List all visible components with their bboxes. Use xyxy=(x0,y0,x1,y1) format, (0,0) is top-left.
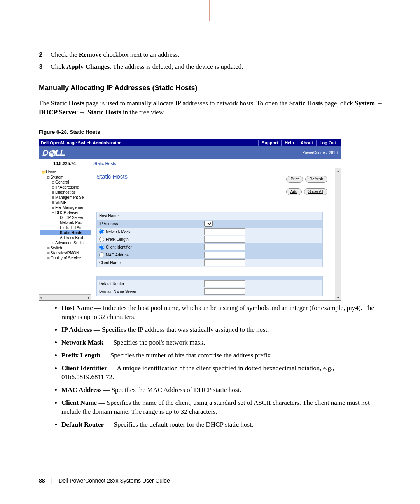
network-mask-input[interactable] xyxy=(204,228,245,235)
tree-h-scrollbar[interactable]: ◂▸ xyxy=(39,294,91,300)
tree-item[interactable]: ⊞File Managemen xyxy=(40,205,91,210)
content-pane: ▴▾ Static Hosts Print Refresh Add Show A… xyxy=(91,168,341,300)
print-button[interactable]: Print xyxy=(286,176,303,183)
network-mask-label: Network Mask xyxy=(106,229,130,234)
tree-expand-icon[interactable]: ⊞ xyxy=(51,195,55,200)
tree-expand-icon[interactable]: ⊟ xyxy=(51,210,55,215)
client-id-input[interactable] xyxy=(204,244,245,250)
description-item: Client Identifier — A unique identificat… xyxy=(61,364,385,382)
tree-item-label: Advanced Settin xyxy=(55,241,84,245)
tree-item-label: Network Poo xyxy=(60,220,82,225)
tree-item[interactable]: ⊞Diagnostics xyxy=(40,190,91,195)
tree-item[interactable]: DHCP Server xyxy=(40,215,91,220)
prefix-length-radio[interactable] xyxy=(99,237,104,242)
window-titlebar: Dell OpenManage Switch Administrator Sup… xyxy=(39,139,341,146)
content-v-scrollbar[interactable]: ▴▾ xyxy=(335,168,341,300)
tree-item[interactable]: Network Poo xyxy=(40,220,91,225)
description-item: Client Name — Specifies the name of the … xyxy=(61,399,385,416)
client-id-radio[interactable] xyxy=(99,245,104,250)
ip-address-select[interactable] xyxy=(204,221,213,227)
tree-expand-icon[interactable]: ⊞ xyxy=(46,250,51,256)
field-description-list: Host Name — Indicates the host pool name… xyxy=(61,304,385,429)
tree-item-label: Management Se xyxy=(55,195,84,200)
default-router-label: Default Router xyxy=(99,281,204,287)
tree-expand-icon[interactable]: ⊞ xyxy=(51,240,55,245)
tree-item-label: Switch xyxy=(51,246,62,250)
tree-item[interactable]: ⊞Quality of Service xyxy=(40,256,91,261)
dns-input[interactable] xyxy=(204,288,245,295)
tree-item-label: General xyxy=(55,180,69,184)
tree-expand-icon[interactable]: ⊞ xyxy=(46,245,51,250)
tree-expand-icon[interactable]: ⊞ xyxy=(51,185,55,190)
tree-item[interactable]: ⊞SNMP xyxy=(40,200,91,205)
refresh-button[interactable]: Refresh xyxy=(305,176,327,183)
tree-item[interactable]: ⊟System xyxy=(40,175,91,180)
page-number: 88 xyxy=(39,477,45,485)
logout-link[interactable]: Log Out xyxy=(316,140,339,146)
tree-item[interactable]: 📁Home xyxy=(40,170,91,175)
dell-logo: D◍LL xyxy=(42,147,65,159)
step-item: 2Check the Remove checkbox next to an ad… xyxy=(39,51,385,60)
about-link[interactable]: About xyxy=(297,140,316,146)
description-item: IP Address — Specifies the IP address th… xyxy=(61,326,385,334)
tree-expand-icon[interactable]: ⊟ xyxy=(46,175,51,180)
tree-item[interactable]: ⊞Statistics/RMON xyxy=(40,250,91,256)
ip-address-label: IP Address xyxy=(99,221,204,227)
router-form: Default Router Domain Name Server xyxy=(96,276,323,296)
tree-item-label: SNMP xyxy=(55,200,66,205)
tree-item-label: DHCP Server xyxy=(60,215,83,220)
tree-item-label: Quality of Service xyxy=(51,256,81,260)
tree-expand-icon[interactable]: ⊞ xyxy=(51,190,55,195)
tree-expand-icon[interactable]: ⊞ xyxy=(51,205,55,210)
tree-expand-icon[interactable]: ⊞ xyxy=(51,180,55,185)
tree-item-label: IP Addressing xyxy=(55,185,79,189)
page-footer: 88 | Dell PowerConnect 28xx Systems User… xyxy=(39,477,170,485)
tree-item[interactable]: ⊟DHCP Server xyxy=(40,210,91,215)
support-link[interactable]: Support xyxy=(258,140,281,146)
mac-address-input[interactable] xyxy=(204,252,245,258)
screenshot-frame: Dell OpenManage Switch Administrator Sup… xyxy=(39,139,341,301)
tree-expand-icon[interactable]: 📁 xyxy=(42,170,46,175)
network-mask-radio[interactable] xyxy=(99,229,104,234)
add-button[interactable]: Add xyxy=(286,188,302,195)
tree-item[interactable]: ⊞Switch xyxy=(40,245,91,250)
tree-item[interactable]: ⊞Advanced Settin xyxy=(40,240,91,245)
breadcrumb: Static Hosts xyxy=(90,159,116,168)
host-form: Host Name IP Address Network Mask Prefix… xyxy=(96,212,323,267)
tree-item[interactable]: ⊞IP Addressing xyxy=(40,185,91,190)
prefix-length-label: Prefix Length xyxy=(106,237,129,242)
nav-tree[interactable]: 📁Home⊟System⊞General⊞IP Addressing⊞Diagn… xyxy=(39,168,91,300)
tree-item[interactable]: Address Bind xyxy=(40,235,91,240)
tree-item[interactable]: Static Hosts xyxy=(40,230,91,235)
prefix-length-input[interactable] xyxy=(204,236,245,243)
tree-expand-icon[interactable]: ⊞ xyxy=(51,200,55,205)
help-link[interactable]: Help xyxy=(281,140,297,146)
host-name-label: Host Name xyxy=(99,214,204,219)
tree-item-label: Address Bind xyxy=(60,236,83,240)
tree-item-label: Static Hosts xyxy=(60,231,82,235)
description-item: MAC Address — Specifies the MAC Address … xyxy=(61,386,385,395)
tree-item-label: DHCP Server xyxy=(55,210,79,215)
section-paragraph: The Static Hosts page is used to manuall… xyxy=(39,99,385,117)
mac-address-radio[interactable] xyxy=(99,252,104,257)
tree-item-label: System xyxy=(51,175,63,179)
product-name: PowerConnect 2816 xyxy=(302,150,338,156)
page-top-rule xyxy=(209,0,210,21)
client-name-input[interactable] xyxy=(204,259,245,266)
tree-item-label: Excluded Ad xyxy=(60,226,82,230)
description-item: Host Name — Indicates the host pool name… xyxy=(61,304,385,322)
showall-button[interactable]: Show All xyxy=(304,188,327,195)
description-item: Network Mask — Specifies the pool's netw… xyxy=(61,338,385,347)
tree-item[interactable]: Excluded Ad xyxy=(40,225,91,230)
tree-expand-icon[interactable]: ⊞ xyxy=(46,256,51,261)
tree-item-label: File Managemen xyxy=(55,205,84,210)
tree-item[interactable]: ⊞General xyxy=(40,180,91,185)
client-name-label: Client Name xyxy=(99,260,204,266)
numbered-steps: 2Check the Remove checkbox next to an ad… xyxy=(39,51,385,72)
default-router-input[interactable] xyxy=(204,280,245,287)
tree-item[interactable]: ⊞Management Se xyxy=(40,195,91,200)
brand-bar: D◍LL PowerConnect 2816 xyxy=(39,146,341,159)
tree-item-label: Diagnostics xyxy=(55,190,75,194)
client-id-label: Client Identifier xyxy=(106,245,132,249)
description-item: Prefix Length — Specifies the number of … xyxy=(61,351,385,360)
